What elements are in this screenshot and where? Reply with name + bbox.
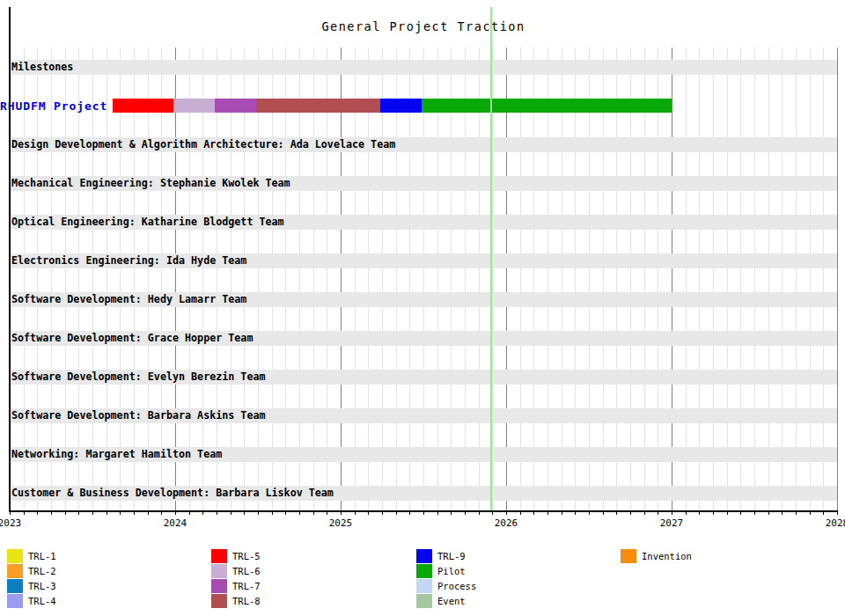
x-tick-label: 2027 <box>660 517 684 529</box>
month-gridline <box>65 48 66 510</box>
month-gridline <box>368 48 369 510</box>
legend-swatch-trl-3 <box>7 579 23 593</box>
row-label: Mechanical Engineering: Stephanie Kwolek… <box>11 176 290 191</box>
month-gridline <box>520 48 521 510</box>
legend-label: Pilot <box>437 564 466 578</box>
month-gridline <box>727 48 728 510</box>
project-label: RHUDFM Project <box>0 99 107 114</box>
x-tick-label: 2023 <box>0 517 21 529</box>
bar-segment-pilot <box>422 99 672 113</box>
month-gridline <box>547 48 548 510</box>
month-gridline <box>120 48 121 510</box>
month-gridline <box>161 48 162 510</box>
year-gridline <box>837 48 838 510</box>
month-gridline <box>810 48 811 510</box>
gantt-chart: General Project Traction MilestonesRHUDF… <box>0 0 845 616</box>
row-label: Networking: Margaret Hamilton Team <box>11 447 222 462</box>
legend-label: TRL-8 <box>232 594 261 608</box>
month-gridline <box>272 48 273 510</box>
month-gridline <box>796 48 797 510</box>
month-gridline <box>465 48 466 510</box>
x-tick-label: 2025 <box>329 517 353 529</box>
y-axis-spine <box>9 7 11 510</box>
month-gridline <box>644 48 645 510</box>
legend-swatch-trl-7 <box>211 579 227 593</box>
x-axis-spine <box>9 510 837 512</box>
month-gridline <box>754 48 755 510</box>
month-gridline <box>658 48 658 510</box>
year-gridline <box>672 48 672 510</box>
x-tick-label: 2026 <box>495 517 518 529</box>
month-gridline <box>217 48 217 510</box>
legend-swatch-trl-8 <box>211 594 227 608</box>
month-gridline <box>409 48 410 510</box>
legend-label: TRL-6 <box>232 564 261 578</box>
month-gridline <box>396 48 397 510</box>
legend-swatch-trl-9 <box>416 549 432 563</box>
month-gridline <box>313 48 314 510</box>
month-gridline <box>479 48 480 510</box>
row-label: Customer & Business Development: Barbara… <box>11 486 334 501</box>
legend-swatch-pilot <box>416 564 432 578</box>
month-gridline <box>285 48 286 510</box>
month-gridline <box>740 48 741 510</box>
month-gridline <box>37 48 38 510</box>
month-gridline <box>686 48 687 510</box>
month-gridline <box>355 48 356 510</box>
legend-swatch-process <box>416 579 432 593</box>
month-gridline <box>51 48 52 510</box>
bar-segment-trl-8 <box>256 99 380 113</box>
month-gridline <box>492 48 493 510</box>
bar-segment-trl-9 <box>380 99 422 113</box>
month-gridline <box>107 48 107 510</box>
legend-swatch-trl-4 <box>7 594 23 608</box>
row-label: Design Development & Algorithm Architect… <box>11 137 395 152</box>
month-gridline <box>24 48 25 510</box>
row-label: Software Development: Evelyn Berezin Tea… <box>11 370 266 385</box>
bar-segment-trl-6 <box>173 99 215 113</box>
year-gridline <box>506 48 507 510</box>
legend-swatch-event <box>416 594 432 608</box>
bar-segment-trl-7 <box>215 99 256 113</box>
legend-label: Invention <box>642 549 692 563</box>
month-gridline <box>699 48 700 510</box>
month-gridline <box>575 48 576 510</box>
month-gridline <box>92 48 93 510</box>
legend-swatch-trl-5 <box>211 549 227 563</box>
legend-label: TRL-3 <box>28 579 56 593</box>
month-gridline <box>630 48 631 510</box>
month-gridline <box>603 48 604 510</box>
x-tick-label: 2024 <box>164 517 187 529</box>
legend-label: TRL-9 <box>437 549 466 563</box>
month-gridline <box>299 48 300 510</box>
month-gridline <box>382 48 383 510</box>
legend-swatch-trl-2 <box>7 564 23 578</box>
legend-label: TRL-4 <box>28 594 56 608</box>
legend-label: TRL-2 <box>28 564 56 578</box>
row-label: Milestones <box>11 60 73 75</box>
row-label: Software Development: Hedy Lamarr Team <box>11 292 246 307</box>
today-marker-line <box>490 7 492 510</box>
month-gridline <box>258 48 259 510</box>
row-band <box>10 60 837 75</box>
legend-label: Event <box>437 594 466 608</box>
year-gridline <box>175 48 176 510</box>
month-gridline <box>616 48 617 510</box>
year-gridline <box>341 48 342 510</box>
month-gridline <box>231 48 231 510</box>
x-tick-label: 2028 <box>826 517 845 529</box>
legend-label: Process <box>437 579 476 593</box>
legend-label: TRL-7 <box>232 579 261 593</box>
bar-segment-trl-5 <box>113 99 174 113</box>
month-gridline <box>189 48 190 510</box>
legend-label: TRL-1 <box>28 549 56 563</box>
month-gridline <box>562 48 562 510</box>
month-gridline <box>768 48 769 510</box>
month-gridline <box>782 48 783 510</box>
month-gridline <box>589 48 590 510</box>
axis-tick <box>837 510 838 515</box>
month-gridline <box>134 48 135 510</box>
month-gridline <box>451 48 452 510</box>
month-gridline <box>533 48 534 510</box>
chart-title: General Project Traction <box>0 19 845 33</box>
